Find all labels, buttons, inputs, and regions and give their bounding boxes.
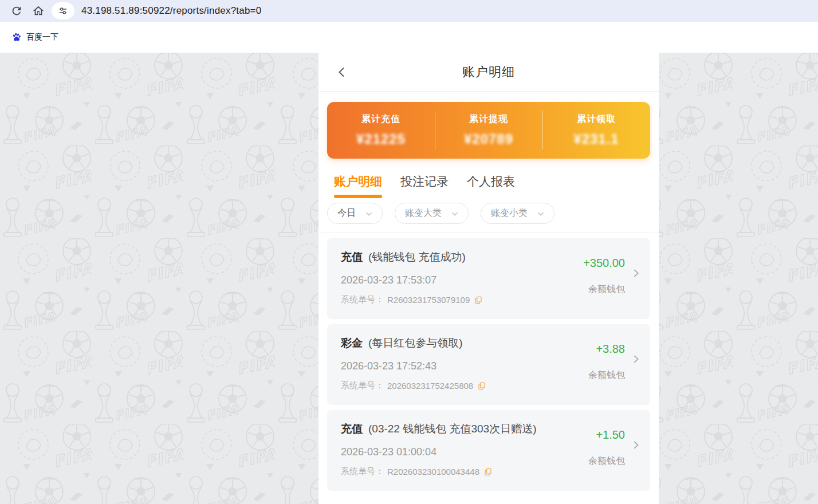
- stats-card: 累计充值 ¥21225 累计提现 ¥20789 累计领取 ¥231.1: [327, 102, 650, 159]
- chevron-right-icon: [630, 267, 642, 279]
- stat-value-blurred: ¥231.1: [573, 131, 619, 147]
- address-bar-url[interactable]: 43.198.51.89:50922/reports/index?tab=0: [81, 5, 261, 17]
- chevron-down-icon: [364, 208, 374, 219]
- tx-order-number: R202603230100043448: [387, 467, 479, 477]
- stat-label: 累计领取: [577, 113, 616, 125]
- tx-wallet: 余额钱包: [588, 455, 625, 467]
- chevron-right-icon: [630, 353, 642, 365]
- baidu-paw-icon: [11, 32, 22, 42]
- back-button[interactable]: [333, 64, 351, 81]
- browser-toolbar: 43.198.51.89:50922/reports/index?tab=0: [0, 0, 818, 22]
- stat-total-withdraw: 累计提现 ¥20789: [435, 102, 542, 159]
- stat-total-claimed: 累计领取 ¥231.1: [542, 102, 650, 159]
- tx-amount: +3.88: [596, 342, 625, 356]
- copy-icon: [483, 467, 493, 477]
- tab-label: 投注记录: [400, 174, 449, 190]
- tx-order-number: 202603231752425808: [387, 381, 473, 391]
- tx-description: (钱能钱包 充值成功): [368, 250, 466, 265]
- tx-datetime: 2026-03-23 01:00:04: [341, 446, 581, 458]
- chevron-down-icon: [536, 208, 546, 219]
- copy-icon: [474, 296, 483, 305]
- chevron-left-icon: [335, 65, 349, 79]
- home-icon: [32, 5, 45, 17]
- copy-icon: [477, 381, 486, 391]
- app-header: 账户明细: [318, 53, 659, 92]
- tune-icon: [58, 6, 68, 16]
- tab-label: 账户明细: [334, 174, 382, 190]
- filter-bar: 今日 账变大类 账变小类: [318, 203, 659, 233]
- bookmark-baidu[interactable]: 百度一下: [7, 29, 63, 46]
- tx-description: (每日红包参与领取): [368, 336, 463, 351]
- chevron-down-icon: [450, 208, 460, 219]
- tx-type: 彩金: [341, 336, 363, 351]
- stat-value-blurred: ¥21225: [356, 131, 406, 147]
- transaction-row[interactable]: 充值 (03-22 钱能钱包 充值303次日赠送) 2026-03-23 01:…: [327, 410, 650, 491]
- reload-icon: [10, 5, 23, 17]
- tx-order-label: 系统单号：: [341, 294, 384, 305]
- filter-date-dropdown[interactable]: 今日: [327, 203, 383, 224]
- tx-amount: +350.00: [583, 257, 625, 270]
- filter-label: 账变大类: [405, 207, 442, 219]
- home-button[interactable]: [27, 2, 49, 20]
- tx-amount: +1.50: [596, 428, 625, 442]
- filter-label: 今日: [337, 207, 356, 219]
- tab-account-details[interactable]: 账户明细: [334, 174, 382, 198]
- stat-value-blurred: ¥20789: [464, 131, 513, 147]
- tab-label: 个人报表: [467, 174, 515, 190]
- copy-button[interactable]: [473, 295, 483, 305]
- filter-minor-category-dropdown[interactable]: 账变小类: [481, 203, 554, 224]
- tx-order-label: 系统单号：: [341, 380, 384, 391]
- filter-label: 账变小类: [491, 207, 528, 219]
- stat-label: 累计充值: [361, 113, 400, 125]
- tx-order-label: 系统单号：: [341, 466, 384, 477]
- active-tab-underline: [334, 195, 382, 198]
- tx-wallet: 余额钱包: [588, 369, 625, 381]
- tx-datetime: 2026-03-23 17:53:07: [341, 274, 581, 286]
- tx-description: (03-22 钱能钱包 充值303次日赠送): [368, 422, 537, 436]
- page-content: FIFA FIFA 账户明细: [0, 53, 818, 504]
- tx-order-number: R2603231753079109: [387, 295, 470, 305]
- app-panel: 账户明细 累计充值 ¥21225 累计提现 ¥20789 累计领取 ¥231.1…: [318, 53, 659, 504]
- transaction-row[interactable]: 充值 (钱能钱包 充值成功) 2026-03-23 17:53:07 系统单号：…: [327, 238, 650, 319]
- tx-type: 充值: [341, 422, 363, 436]
- chevron-right-icon: [630, 439, 642, 451]
- copy-button[interactable]: [483, 467, 493, 477]
- tx-datetime: 2026-03-23 17:52:43: [341, 360, 581, 372]
- stat-label: 累计提现: [469, 113, 508, 125]
- stat-total-deposit: 累计充值 ¥21225: [327, 102, 435, 159]
- tab-personal-report[interactable]: 个人报表: [467, 174, 515, 198]
- page-title: 账户明细: [462, 64, 515, 81]
- tab-bet-records[interactable]: 投注记录: [400, 174, 449, 198]
- transaction-row[interactable]: 彩金 (每日红包参与领取) 2026-03-23 17:52:43 系统单号： …: [327, 324, 650, 405]
- filter-major-category-dropdown[interactable]: 账变大类: [395, 203, 469, 224]
- tab-bar: 账户明细 投注记录 个人报表: [318, 174, 659, 198]
- bookmarks-bar: 百度一下: [0, 22, 818, 53]
- transaction-list: 充值 (钱能钱包 充值成功) 2026-03-23 17:53:07 系统单号：…: [318, 238, 659, 491]
- tx-type: 充值: [341, 250, 363, 265]
- tx-wallet: 余额钱包: [588, 284, 625, 296]
- site-info-chip[interactable]: [52, 2, 74, 19]
- copy-button[interactable]: [477, 381, 487, 391]
- reload-button[interactable]: [6, 2, 27, 20]
- bookmark-label: 百度一下: [26, 32, 58, 42]
